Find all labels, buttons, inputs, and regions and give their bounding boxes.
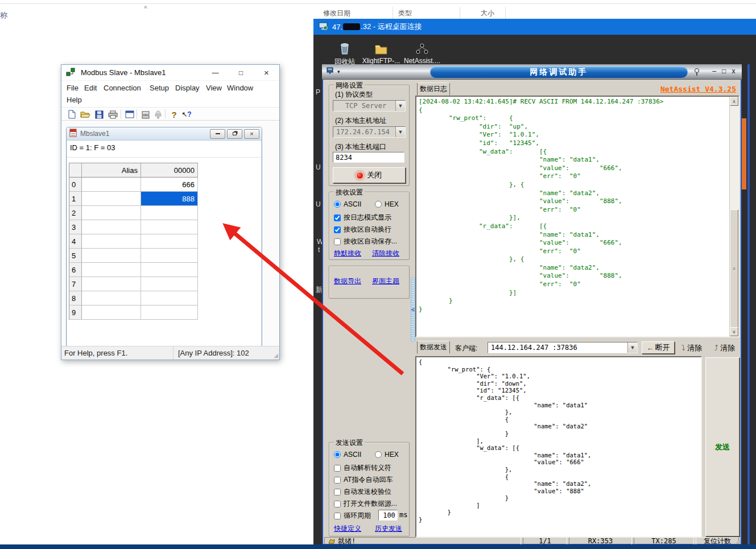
alias-cell[interactable] [82,206,141,220]
resize-grip[interactable]: ◢ [736,538,740,544]
close-connection-button[interactable]: 关闭 [333,167,406,183]
explorer-col-modified[interactable]: 修改日期 [323,9,350,18]
minimize-button[interactable]: – [709,67,719,75]
value-cell[interactable] [141,206,198,220]
alias-cell[interactable] [82,192,141,206]
client-select[interactable]: 144.12.164.247 :37836 ▼ [488,342,638,353]
row-number[interactable]: 7 [69,277,82,291]
ui-theme-link[interactable]: 界面主题 [372,276,399,286]
maximize-button[interactable]: □ [719,67,729,75]
tab-data-send[interactable]: 数据发送 [417,341,450,354]
row-number[interactable]: 4 [69,234,82,249]
row-number[interactable]: 8 [69,291,82,306]
row-number[interactable]: 2 [69,206,82,220]
new-file-icon[interactable] [66,109,77,120]
menu-help[interactable]: Help [67,96,82,104]
register-header[interactable]: 00000 [141,163,198,178]
netassist-version-link[interactable]: NetAssist V4.3.25 [660,85,736,93]
panel-splitter-handle[interactable]: < [411,278,415,341]
save-icon[interactable] [93,109,105,120]
value-cell[interactable] [141,249,198,263]
quick-define-link[interactable]: 快捷定义 [334,524,361,534]
value-cell-selected[interactable]: 888 [141,192,198,206]
send-hex-radio[interactable]: HEX [375,451,399,459]
close-button[interactable]: × [254,65,279,81]
scrollbar-thumb[interactable]: ≡ [730,209,738,328]
local-host-select[interactable]: 172.24.67.154 ▼ [333,126,406,138]
recv-ascii-radio[interactable]: ASCII [334,200,361,208]
alias-cell[interactable] [82,234,141,249]
print-icon[interactable] [107,109,118,120]
protocol-type-select[interactable]: TCP Server ▼ [333,100,406,112]
send-button[interactable]: 发送 [705,357,740,536]
auto-checksum-checkbox[interactable]: 自动发送校验位 [334,487,391,497]
maximize-button[interactable]: □ [228,65,254,81]
minimize-button[interactable]: — [203,65,228,81]
value-cell[interactable] [141,306,198,320]
alias-cell[interactable] [82,220,141,234]
row-number[interactable]: 9 [69,306,82,320]
value-cell[interactable]: 666 [141,178,198,192]
menu-edit[interactable]: Edit [84,84,97,92]
disconnect-icon[interactable] [152,109,164,120]
data-export-link[interactable]: 数据导出 [334,276,361,286]
row-number[interactable]: 5 [69,249,82,263]
send-ascii-radio[interactable]: ASCII [334,451,361,459]
child-minimize-button[interactable] [210,129,225,139]
auto-wrap-checkbox[interactable]: 接收区自动换行 [334,225,391,234]
scroll-up-icon[interactable]: ∧ [730,97,738,106]
alias-cell[interactable] [82,178,141,192]
history-send-link[interactable]: 历史发送 [375,524,402,534]
clear-recv-button[interactable]: ⤴ 清除 [714,343,735,353]
scroll-down-icon[interactable]: ∨ [730,327,738,336]
rdp-titlebar[interactable]: 47..32 - 远程桌面连接 [313,19,756,35]
alias-cell[interactable] [82,306,141,320]
alias-cell[interactable] [82,291,141,306]
escape-parse-checkbox[interactable]: 自动解析转义符 [334,463,391,473]
pin-icon[interactable] [693,68,701,78]
log-mode-checkbox[interactable]: 按日志模式显示 [334,213,391,222]
alias-cell[interactable] [82,277,141,291]
alias-cell[interactable] [82,249,141,263]
auto-save-checkbox[interactable]: 接收区自动保存... [334,237,397,246]
child-restore-button[interactable] [227,129,242,139]
child-close-button[interactable]: × [244,129,259,139]
value-cell[interactable] [141,277,198,291]
value-cell[interactable] [141,291,198,306]
recv-hex-radio[interactable]: HEX [375,200,399,208]
value-cell[interactable] [141,263,198,277]
context-help-icon[interactable]: ↖? [181,109,192,120]
menu-connection[interactable]: Connection [104,84,141,92]
alias-cell[interactable] [82,263,141,277]
value-cell[interactable] [141,220,198,234]
modbus-titlebar[interactable]: Modbus Slave - Mbslave1 — □ × [61,65,279,81]
at-cr-checkbox[interactable]: AT指令自动回车 [334,475,393,485]
close-button[interactable]: x [729,67,738,75]
chevron-down-icon[interactable]: ▾ [337,69,340,75]
receive-log-area[interactable]: [2024-08-02 13:42:41.645]# RECV ASCII FR… [415,96,740,337]
tab-data-log[interactable]: 数据日志 [417,82,450,96]
file-source-checkbox[interactable]: 打开文件数据源... [334,499,397,509]
row-number[interactable]: 0 [69,178,82,192]
value-cell[interactable] [141,234,198,249]
menu-window[interactable]: Window [227,84,253,92]
desktop-icon-xlightftp[interactable]: XlightFTP-... [361,40,401,65]
alias-header[interactable]: Alias [82,163,141,178]
desktop-icon-recycle-bin[interactable]: 回收站 [325,40,365,67]
explorer-col-type[interactable]: 类型 [398,9,412,18]
explorer-col-size[interactable]: 大小 [481,9,494,18]
menu-setup[interactable]: Setup [150,84,169,92]
send-text-area[interactable]: { "rw_prot": { "Ver": "1.0.1", "dir": "d… [415,356,702,538]
desktop-icon-netassist[interactable]: NetAssist.... [402,40,442,65]
clear-receive-link[interactable]: 清除接收 [372,249,399,258]
cycle-send-checkbox[interactable]: 循环周期 [334,511,371,521]
menu-view[interactable]: View [206,84,222,92]
clear-send-button[interactable]: ⤵ 清除 [681,343,702,353]
row-number[interactable]: 3 [69,220,82,234]
connection-setup-icon[interactable] [140,109,151,120]
row-number[interactable]: 6 [69,263,82,277]
display-setup-icon[interactable] [124,109,135,120]
log-scrollbar[interactable]: ∧ ≡ ∨ [729,97,738,336]
row-number[interactable]: 1 [69,192,82,206]
reset-count-button[interactable]: 复位计数 [696,537,739,545]
